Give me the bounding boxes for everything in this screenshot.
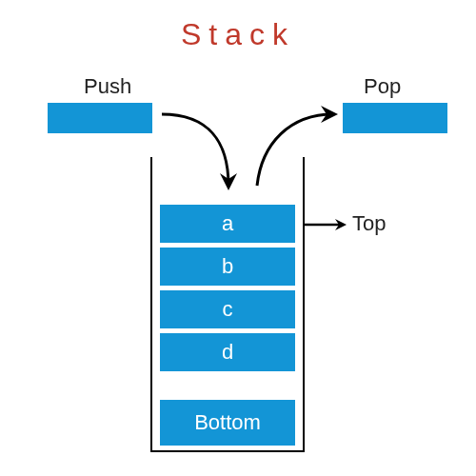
top-pointer-arrow-icon xyxy=(303,215,350,234)
pop-label: Pop xyxy=(364,74,401,99)
pop-arrow-icon xyxy=(238,95,352,209)
push-block xyxy=(48,103,152,133)
container-wall-bottom xyxy=(150,450,305,452)
stack-cell: d xyxy=(160,333,295,371)
container-wall-right xyxy=(303,157,305,452)
stack-cell: c xyxy=(160,290,295,328)
stack-cell-bottom: Bottom xyxy=(160,400,295,446)
top-pointer-label: Top xyxy=(352,211,386,236)
push-label: Push xyxy=(84,74,131,99)
stack-cell: b xyxy=(160,248,295,286)
diagram-title: Stack xyxy=(0,17,476,52)
container-wall-left xyxy=(150,157,152,452)
stack-cell: a xyxy=(160,205,295,243)
pop-block xyxy=(343,103,447,133)
